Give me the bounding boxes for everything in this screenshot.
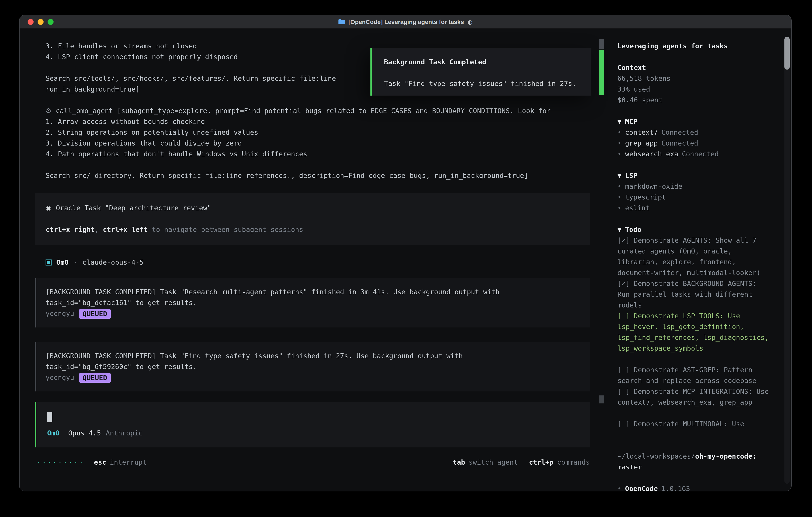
bullet-icon: • <box>617 193 621 201</box>
todo-section-header[interactable]: ▼Todo <box>617 224 777 235</box>
input-agent-name: OmO <box>47 428 59 439</box>
message-author: yeongyu <box>46 308 74 319</box>
mcp-item: •context7Connected <box>617 127 777 138</box>
message-list: [BACKGROUND TASK COMPLETED] Task "Resear… <box>20 278 605 391</box>
status-bar: ········· esc interrupt tabswitch agent … <box>37 457 590 468</box>
message-author: yeongyu <box>46 372 74 383</box>
zoom-button[interactable] <box>48 19 54 25</box>
window-title: [OpenCode] Leveraging agents for tasks ◐ <box>339 19 472 25</box>
terminal-line: 2. String operations on potentially unde… <box>46 127 605 138</box>
todo-heading-label: Todo <box>625 225 642 234</box>
toast-accent-bar <box>600 50 604 95</box>
todo-item: [ ] Demonstrate MCP INTEGRATIONS: Use co… <box>617 386 771 408</box>
message-meta: yeongyuQUEUED <box>46 372 581 383</box>
lsp-item: •markdown-oxide <box>617 181 777 192</box>
terminal-line: 4. Path operations that don't handle Win… <box>46 149 605 160</box>
todo-item: [ ] Demonstrate AST-GREP: Pattern search… <box>617 365 771 386</box>
message-text: [BACKGROUND TASK COMPLETED] Task "Find t… <box>46 351 509 372</box>
input-model-name: Opus 4.5 <box>68 428 101 439</box>
shortcut-ctrl-x-left: ctrl+x left <box>103 225 148 234</box>
message-block: [BACKGROUND TASK COMPLETED] Task "Resear… <box>35 278 590 327</box>
input-provider-name: Anthropic <box>106 428 142 439</box>
lsp-name: eslint <box>625 204 650 212</box>
esc-key-label: interrupt <box>110 457 147 468</box>
mcp-list: •context7Connected•grep_appConnected•web… <box>617 127 777 160</box>
record-icon: ◉ <box>46 204 52 212</box>
mcp-status: Connected <box>661 128 698 136</box>
main-scrollbar-thumb-top[interactable] <box>600 39 604 49</box>
agent-separator: · <box>73 257 78 268</box>
terminal-line <box>46 95 605 106</box>
session-sidebar: Leveraging agents for tasks Context 66,5… <box>605 29 791 491</box>
hint-separator: , <box>95 225 103 234</box>
message-text: [BACKGROUND TASK COMPLETED] Task "Resear… <box>46 287 509 308</box>
prompt-input[interactable]: OmO Opus 4.5 Anthropic <box>35 402 590 447</box>
bullet-icon: • <box>617 128 621 136</box>
bullet-icon: • <box>617 182 621 190</box>
chevron-down-icon: ▼ <box>617 225 621 234</box>
todo-item: [✓] Demonstrate BACKGROUND AGENTS: Run p… <box>617 278 771 311</box>
mcp-heading-label: MCP <box>625 117 637 126</box>
close-button[interactable] <box>28 19 34 25</box>
bullet-icon: • <box>617 485 621 491</box>
tab-key-hint: tab <box>453 458 465 466</box>
lsp-heading-label: LSP <box>625 171 637 180</box>
mcp-status: Connected <box>682 150 719 158</box>
lsp-item: •typescript <box>617 192 777 203</box>
todo-item: [ ] Demonstrate LSP TOOLS: Use lsp_hover… <box>617 311 771 354</box>
ctrl-p-key-hint: ctrl+p <box>529 458 553 466</box>
tab-key-label: switch agent <box>469 458 518 466</box>
workspace-path-prefix: ~/local-workspaces/ <box>617 452 695 460</box>
sidebar-scrollbar-thumb[interactable] <box>784 37 790 70</box>
esc-key-hint: esc <box>94 457 106 468</box>
app-version: 1.0.163 <box>661 485 690 491</box>
lsp-list: •markdown-oxide•typescript•eslint <box>617 181 777 214</box>
desktop: [OpenCode] Leveraging agents for tasks ◐… <box>0 0 812 517</box>
main-scrollbar-thumb-bottom[interactable] <box>600 396 604 404</box>
lsp-section-header[interactable]: ▼LSP <box>617 170 777 181</box>
context-heading: Context <box>617 62 777 73</box>
chevron-down-icon: ▼ <box>617 171 621 180</box>
agent-session-header: OmO · claude-opus-4-5 <box>46 257 605 268</box>
shortcut-ctrl-x-right: ctrl+x right <box>46 225 95 234</box>
text-cursor <box>47 412 52 422</box>
todo-list: [✓] Demonstrate AGENTS: Show all 7 curat… <box>617 235 771 430</box>
folder-icon <box>339 19 345 24</box>
ctrl-p-key-label: commands <box>557 458 590 466</box>
terminal-line: 1. Array access without bounds checking <box>46 116 605 127</box>
bullet-icon: • <box>617 139 621 147</box>
oracle-task-title: Oracle Task "Deep architecture review" <box>56 204 211 212</box>
mcp-name: websearch_exa <box>625 150 678 158</box>
oracle-task-panel: ◉Oracle Task "Deep architecture review" … <box>35 193 590 245</box>
mcp-section-header[interactable]: ▼MCP <box>617 116 777 127</box>
terminal-line <box>46 160 605 170</box>
minimize-button[interactable] <box>37 19 44 25</box>
lsp-item: •eslint <box>617 203 777 214</box>
agent-name: OmO <box>56 257 68 268</box>
workspace-branch: master <box>617 462 777 472</box>
context-spent: $0.46 spent <box>617 95 777 106</box>
context-tokens: 66,518 tokens <box>617 73 777 84</box>
mcp-item: •grep_appConnected <box>617 138 777 149</box>
mcp-name: context7 <box>625 128 658 136</box>
context-used: 33% used <box>617 84 777 95</box>
status-badge: QUEUED <box>79 373 111 382</box>
terminal-window: [OpenCode] Leveraging agents for tasks ◐… <box>19 15 792 491</box>
sidebar-scrollbar-track[interactable] <box>784 37 790 484</box>
terminal-line: Search src/ directory. Return specific f… <box>46 170 605 181</box>
hint-text: to navigate between subagent sessions <box>148 225 303 234</box>
toast-title: Background Task Completed <box>384 57 583 67</box>
message-block: [BACKGROUND TASK COMPLETED] Task "Find t… <box>35 342 590 391</box>
todo-item: [✓] Demonstrate AGENTS: Show all 7 curat… <box>617 235 771 278</box>
mcp-item: •websearch_exaConnected <box>617 149 777 160</box>
scrollback-mid: 1. Array access without bounds checking2… <box>20 116 605 181</box>
oracle-title-row: ◉Oracle Task "Deep architecture review" <box>46 203 579 214</box>
workspace-repo-name: oh-my-opencode: <box>695 452 756 460</box>
window-titlebar: [OpenCode] Leveraging agents for tasks ◐ <box>20 15 791 29</box>
session-title: Leveraging agents for tasks <box>617 41 777 52</box>
terminal-main-pane: 3. File handles or streams not closed4. … <box>20 29 605 491</box>
bullet-icon: • <box>617 204 621 212</box>
chevron-down-icon: ▼ <box>617 117 621 126</box>
app-name: OpenCode <box>625 485 658 491</box>
bullet-icon: • <box>617 150 621 158</box>
